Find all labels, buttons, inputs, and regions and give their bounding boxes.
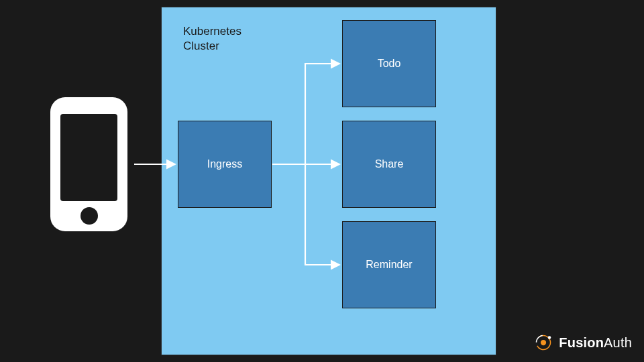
- ingress-box: Ingress: [178, 121, 272, 208]
- reminder-label: Reminder: [366, 259, 412, 271]
- diagram-stage: Kubernetes Cluster Ingress Todo Share Re…: [0, 0, 644, 362]
- share-label: Share: [375, 158, 404, 170]
- ingress-label: Ingress: [207, 158, 242, 170]
- logo-rest: Auth: [604, 335, 632, 350]
- phone-icon: [50, 97, 127, 231]
- fusionauth-wordmark: FusionAuth: [559, 335, 632, 351]
- share-box: Share: [342, 121, 436, 208]
- phone-screen: [60, 114, 117, 201]
- svg-point-2: [541, 340, 546, 345]
- fusionauth-logo: FusionAuth: [533, 333, 632, 353]
- phone-home-button: [80, 207, 98, 225]
- todo-box: Todo: [342, 20, 436, 107]
- fusionauth-mark-icon: [533, 333, 553, 353]
- svg-point-3: [548, 336, 551, 339]
- todo-label: Todo: [378, 58, 401, 70]
- logo-bold: Fusion: [559, 335, 604, 350]
- reminder-box: Reminder: [342, 221, 436, 308]
- cluster-title: Kubernetes Cluster: [183, 24, 241, 54]
